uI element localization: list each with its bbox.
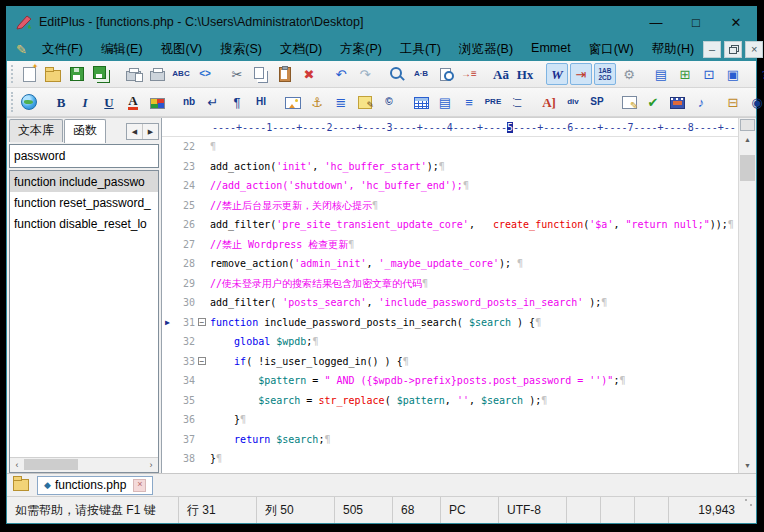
preferences-button[interactable]: ⚙ bbox=[618, 63, 640, 85]
menu-item-1[interactable]: 文件(F) bbox=[33, 38, 92, 61]
toolbar-drag-handle[interactable] bbox=[11, 92, 13, 112]
delete-button[interactable]: ✖ bbox=[298, 63, 320, 85]
context-help-button[interactable]: ? bbox=[754, 63, 764, 85]
code-line[interactable]: 25//禁止后台显示更新，关闭核心提示¶ bbox=[162, 196, 738, 216]
tab-close-icon[interactable]: × bbox=[133, 479, 146, 492]
find-in-files-button[interactable] bbox=[434, 63, 456, 85]
code-text[interactable]: $search = str_replace( $pattern, '', $se… bbox=[210, 391, 738, 411]
menu-item-4[interactable]: 搜索(S) bbox=[211, 38, 271, 61]
line-numbers-button[interactable]: 1AB2CD bbox=[594, 63, 616, 85]
cut-button[interactable]: ✂ bbox=[226, 63, 248, 85]
scroll-down-arrow[interactable]: ▼ bbox=[739, 458, 756, 473]
code-line[interactable]: 36 }¶ bbox=[162, 410, 738, 430]
split-handle[interactable] bbox=[740, 119, 755, 131]
code-text[interactable]: global $wpdb;¶ bbox=[210, 332, 738, 352]
copyright-button[interactable]: © bbox=[378, 91, 400, 113]
mdi-minimize-button[interactable]: – bbox=[703, 41, 721, 58]
code-line[interactable]: 38}¶ bbox=[162, 449, 738, 469]
open-file-button[interactable] bbox=[42, 63, 64, 85]
code-text[interactable]: add_filter('pre_site_transient_update_co… bbox=[210, 215, 738, 235]
code-text[interactable]: //禁止后台显示更新，关闭核心提示¶ bbox=[210, 196, 738, 216]
replace-button[interactable]: A·B bbox=[410, 63, 432, 85]
goto-line-button[interactable]: →≡ bbox=[458, 63, 480, 85]
code-line[interactable]: 27//禁止 Wordpress 检查更新¶ bbox=[162, 235, 738, 255]
scroll-track[interactable] bbox=[739, 147, 756, 458]
mdi-restore-button[interactable] bbox=[724, 41, 742, 58]
auto-indent-button[interactable]: ⇥ bbox=[570, 63, 592, 85]
function-search-input[interactable] bbox=[9, 144, 159, 168]
code-area[interactable]: 22¶23add_action('init', 'hc_buffer_start… bbox=[162, 137, 738, 473]
sidebar-tab-cliptext[interactable]: 文本库 bbox=[9, 119, 63, 142]
menu-item-9[interactable]: Emmet bbox=[522, 38, 580, 61]
word-wrap-button[interactable]: W bbox=[546, 63, 568, 85]
mdi-close-button[interactable]: × bbox=[745, 41, 763, 58]
spell-check-button[interactable]: ABC bbox=[170, 63, 192, 85]
code-line[interactable]: 35 $search = str_replace( $pattern, '', … bbox=[162, 391, 738, 411]
code-text[interactable]: ¶ bbox=[210, 137, 738, 157]
image-button[interactable] bbox=[282, 91, 304, 113]
code-line[interactable]: 26add_filter('pre_site_transient_update_… bbox=[162, 215, 738, 235]
maximize-button[interactable]: □ bbox=[676, 7, 716, 37]
function-list-item[interactable]: function reset_password_ bbox=[10, 192, 158, 213]
hscroll-track[interactable] bbox=[24, 458, 144, 472]
form-edit-button[interactable] bbox=[618, 91, 640, 113]
code-text[interactable]: add_action('init', 'hc_buffer_start');¶ bbox=[210, 157, 738, 177]
hscroll-right-arrow[interactable]: › bbox=[144, 460, 158, 470]
vertical-scrollbar[interactable]: ▲ ▼ bbox=[738, 118, 756, 473]
scroll-up-arrow[interactable]: ▲ bbox=[739, 132, 756, 147]
comment-button[interactable] bbox=[354, 91, 376, 113]
menu-item-10[interactable]: 窗口(W) bbox=[580, 38, 643, 61]
print-preview-button[interactable] bbox=[122, 63, 144, 85]
toolbar-drag-handle[interactable] bbox=[11, 65, 13, 83]
find-button[interactable] bbox=[386, 63, 408, 85]
code-text[interactable]: function include_password_posts_in_searc… bbox=[210, 313, 738, 333]
close-button[interactable]: ✕ bbox=[716, 7, 756, 37]
code-line[interactable]: 22¶ bbox=[162, 137, 738, 157]
code-text[interactable]: //使未登录用户的搜索结果包含加密文章的代码¶ bbox=[210, 274, 738, 294]
html-tags-button[interactable]: <> bbox=[194, 63, 216, 85]
music-button[interactable]: ♪ bbox=[690, 91, 712, 113]
pre-button[interactable]: PRE bbox=[482, 91, 504, 113]
script-button[interactable]: ✔ bbox=[642, 91, 664, 113]
underline-button[interactable]: U bbox=[98, 91, 120, 113]
resize-grip[interactable] bbox=[743, 497, 756, 523]
span-tag-button[interactable]: SP bbox=[586, 91, 608, 113]
code-text[interactable]: }¶ bbox=[210, 410, 738, 430]
menu-item-6[interactable]: 方案(P) bbox=[331, 38, 391, 61]
document-tab-functions-php[interactable]: ◆functions.php× bbox=[37, 476, 153, 495]
code-line[interactable]: 32 global $wpdb;¶ bbox=[162, 332, 738, 352]
menu-item-8[interactable]: 浏览器(B) bbox=[450, 38, 522, 61]
code-text[interactable]: add_filter( 'posts_search', 'include_pas… bbox=[210, 293, 738, 313]
sidebar-horizontal-scrollbar[interactable]: ‹› bbox=[10, 457, 158, 472]
code-line[interactable]: 24//add_action('shutdown', 'hc_buffer_en… bbox=[162, 176, 738, 196]
code-text[interactable]: }¶ bbox=[210, 449, 738, 469]
case-toggle-button[interactable]: Aā bbox=[490, 63, 512, 85]
code-text[interactable]: //add_action('shutdown', 'hc_buffer_end'… bbox=[210, 176, 738, 196]
menu-item-7[interactable]: 工具(T) bbox=[391, 38, 450, 61]
hscroll-thumb[interactable] bbox=[24, 459, 78, 470]
code-text[interactable]: return $search;¶ bbox=[210, 430, 738, 450]
undo-button[interactable]: ↶ bbox=[330, 63, 352, 85]
code-line[interactable]: 30add_filter( 'posts_search', 'include_p… bbox=[162, 293, 738, 313]
font-color-button[interactable]: A bbox=[122, 91, 144, 113]
code-text[interactable]: remove_action('admin_init', '_maybe_upda… bbox=[210, 254, 738, 274]
paste-button[interactable] bbox=[274, 63, 296, 85]
code-line[interactable]: 23add_action('init', 'hc_buffer_start');… bbox=[162, 157, 738, 177]
redo-button[interactable]: ↷ bbox=[354, 63, 376, 85]
textarea-button[interactable]: ▤ bbox=[434, 91, 456, 113]
list-button[interactable]: ·—·— bbox=[506, 91, 528, 113]
menu-item-5[interactable]: 文档(D) bbox=[271, 38, 331, 61]
menu-item-3[interactable]: 视图(V) bbox=[152, 38, 212, 61]
tab-scroll-left-button[interactable]: ◀ bbox=[127, 124, 142, 139]
div-tag-button[interactable]: div bbox=[562, 91, 584, 113]
hscroll-left-arrow[interactable]: ‹ bbox=[10, 460, 24, 470]
minimize-button[interactable]: — bbox=[636, 7, 676, 37]
code-line[interactable]: 34 $pattern = " AND ({$wpdb->prefix}post… bbox=[162, 371, 738, 391]
print-button[interactable] bbox=[146, 63, 168, 85]
paragraph-button[interactable]: ¶ bbox=[226, 91, 248, 113]
code-text[interactable]: //禁止 Wordpress 检查更新¶ bbox=[210, 235, 738, 255]
function-list-item[interactable]: function disable_reset_lo bbox=[10, 213, 158, 234]
heading-button[interactable]: HI bbox=[250, 91, 272, 113]
italic-button[interactable]: I bbox=[74, 91, 96, 113]
code-line[interactable]: 29//使未登录用户的搜索结果包含加密文章的代码¶ bbox=[162, 274, 738, 294]
